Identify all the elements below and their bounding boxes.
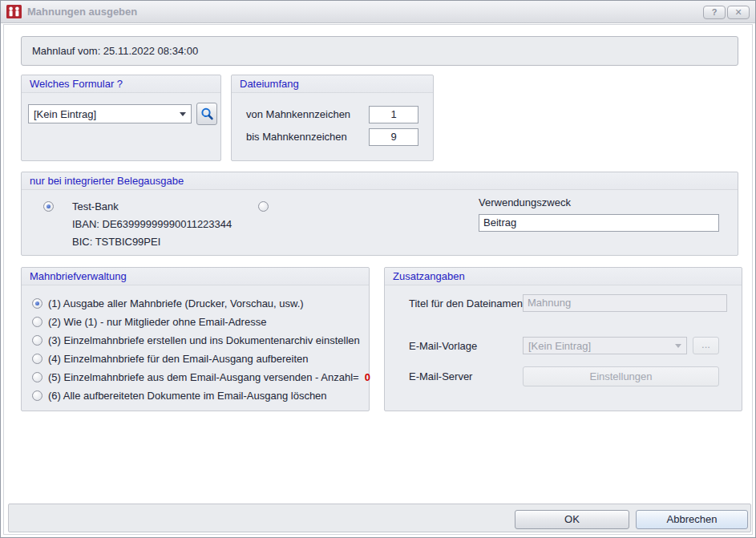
- email-server-label: E-Mail-Server: [409, 370, 472, 382]
- group-mahnbrief-title: Mahnbriefverwaltung: [22, 268, 369, 285]
- radio-option-4[interactable]: [32, 354, 42, 364]
- radio-option-2[interactable]: [32, 317, 42, 327]
- group-additional-info-title: Zusatzangaben: [385, 268, 742, 285]
- group-form-title: Welches Formular ?: [22, 75, 220, 93]
- footer-bar: OK Abbrechen: [8, 504, 751, 532]
- radio-option-3[interactable]: [32, 335, 42, 346]
- email-server-settings-button: Einstellungen: [523, 366, 719, 386]
- title-bar: Mahnungen ausgeben ? ✕: [1, 1, 755, 23]
- file-title-input: Mahnung: [523, 294, 727, 312]
- form-combo-value: [Kein Eintrag]: [34, 108, 96, 120]
- close-button[interactable]: ✕: [727, 6, 750, 19]
- radio-option-5[interactable]: [32, 372, 42, 382]
- from-mahnkennzeichen-label: von Mahnkennzeichen: [246, 108, 350, 120]
- group-file-scope: Dateiumfang von Mahnkennzeichen 1 bis Ma…: [231, 75, 434, 161]
- radio-option-3-label: (3) Einzelmahnbriefe erstellen und ins D…: [48, 334, 360, 346]
- app-icon: [6, 5, 22, 18]
- radio-option-6[interactable]: [32, 390, 42, 401]
- search-icon: [200, 107, 214, 121]
- group-additional-info: Zusatzangaben Titel für den Dateinamen M…: [384, 267, 742, 411]
- purpose-input[interactable]: Beitrag: [479, 214, 719, 232]
- bank-iban: IBAN: DE63999999990011223344: [72, 216, 232, 233]
- help-button[interactable]: ?: [703, 6, 726, 19]
- radio-option-4-label: (4) Einzelmahnbriefe für den Email-Ausga…: [48, 353, 308, 365]
- group-form-selection: Welches Formular ? [Kein Eintrag]: [21, 75, 221, 161]
- dialog-window: Mahnungen ausgeben ? ✕ Mahnlauf vom: 25.…: [0, 0, 756, 538]
- email-count-value: 0: [365, 371, 370, 383]
- form-combo[interactable]: [Kein Eintrag]: [28, 104, 192, 123]
- option-row-2[interactable]: (2) Wie (1) - nur Mitglieder ohne Email-…: [32, 313, 266, 330]
- cancel-button[interactable]: Abbrechen: [636, 510, 748, 529]
- group-integrated-output: nur bei integrierter Belegausgabe Test-B…: [21, 172, 738, 256]
- bank-radio-selected[interactable]: [43, 201, 54, 212]
- to-mahnkennzeichen-input[interactable]: 9: [369, 128, 418, 146]
- ok-button[interactable]: OK: [515, 510, 629, 529]
- search-button[interactable]: [196, 103, 217, 125]
- purpose-label: Verwendungszweck: [479, 196, 571, 208]
- bank-name: Test-Bank: [72, 198, 232, 216]
- option-row-1[interactable]: (1) Ausgabe aller Mahnbriefe (Drucker, V…: [32, 295, 304, 311]
- option-row-4[interactable]: (4) Einzelmahnbriefe für den Email-Ausga…: [32, 350, 308, 366]
- radio-option-2-label: (2) Wie (1) - nur Mitglieder ohne Email-…: [48, 316, 266, 328]
- email-template-combo: [Kein Eintrag]: [523, 337, 687, 354]
- window-title: Mahnungen ausgeben: [27, 6, 137, 18]
- email-template-value: [Kein Eintrag]: [528, 340, 591, 352]
- from-mahnkennzeichen-input[interactable]: 1: [369, 106, 418, 123]
- radio-option-5-label: (5) Einzelmahnbriefe aus dem Email-Ausga…: [48, 371, 359, 383]
- email-template-more-button: ...: [693, 337, 719, 354]
- radio-option-1[interactable]: [32, 298, 42, 309]
- group-integrated-output-title: nur bei integrierter Belegausgabe: [22, 172, 738, 190]
- radio-option-6-label: (6) Alle aufbereiteten Dokumente im Emai…: [48, 390, 327, 402]
- option-row-6[interactable]: (6) Alle aufbereiteten Dokumente im Emai…: [32, 387, 327, 403]
- bank-bic: BIC: TSTBIC99PEI: [72, 233, 232, 251]
- radio-option-1-label: (1) Ausgabe aller Mahnbriefe (Drucker, V…: [48, 297, 304, 309]
- chevron-down-icon: [180, 112, 186, 116]
- chevron-down-icon: [675, 344, 681, 348]
- bank-radio-alternative[interactable]: [258, 201, 269, 212]
- option-row-5[interactable]: (5) Einzelmahnbriefe aus dem Email-Ausga…: [32, 369, 370, 385]
- mahnlauf-info-bar: Mahnlauf vom: 25.11.2022 08:34:00: [21, 36, 738, 66]
- email-template-label: E-Mail-Vorlage: [409, 340, 477, 352]
- group-file-scope-title: Dateiumfang: [232, 75, 433, 93]
- to-mahnkennzeichen-label: bis Mahnkennzeichen: [246, 131, 347, 143]
- group-mahnbrief-management: Mahnbriefverwaltung (1) Ausgabe aller Ma…: [21, 267, 370, 411]
- mahnlauf-text: Mahnlauf vom: 25.11.2022 08:34:00: [32, 45, 198, 57]
- file-title-label: Titel für den Dateinamen: [409, 297, 523, 309]
- bank-details: Test-Bank IBAN: DE63999999990011223344 B…: [72, 198, 232, 251]
- option-row-3[interactable]: (3) Einzelmahnbriefe erstellen und ins D…: [32, 332, 360, 348]
